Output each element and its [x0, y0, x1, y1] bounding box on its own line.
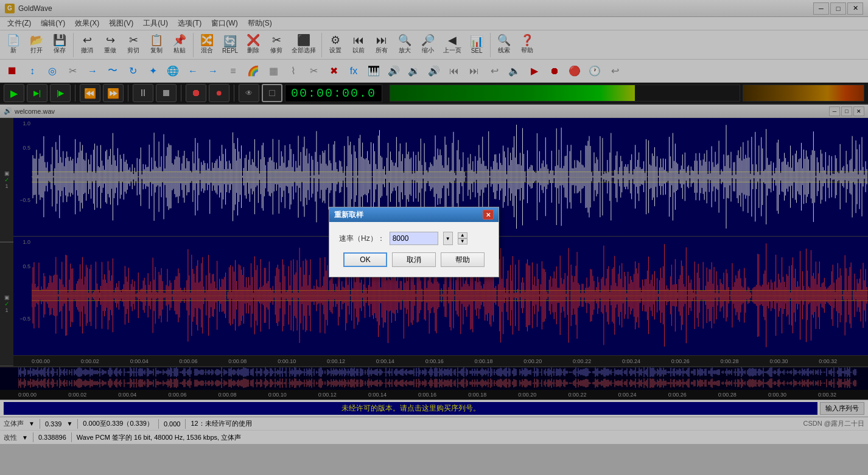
effect-globe-icon[interactable]: 🌐 — [163, 61, 183, 81]
effect-wave-icon[interactable]: 〜 — [103, 61, 122, 81]
effect-cut-icon[interactable]: ✂ — [304, 61, 323, 81]
modify-arrow-icon[interactable]: ▼ — [22, 434, 28, 441]
delete-button[interactable]: ❌ 删除 — [242, 32, 264, 58]
play-button[interactable]: ▶ — [4, 84, 24, 102]
record-button[interactable]: ⏺ — [186, 84, 206, 102]
setup-button[interactable]: ⚙ 设置 — [324, 32, 346, 58]
effect-volume-icon[interactable]: 🔊 — [384, 61, 404, 81]
save-label: 保存 — [54, 46, 66, 55]
effect-equalizer-icon[interactable]: ≡ — [223, 61, 243, 81]
dialog-rate-dropdown[interactable]: ▼ — [443, 232, 453, 245]
fastfwd-button[interactable]: ⏩ — [103, 84, 124, 102]
close-button[interactable]: ✕ — [847, 2, 863, 15]
paste-button[interactable]: 📌 粘贴 — [169, 32, 191, 58]
record-sel-button[interactable]: ⏺ — [209, 84, 229, 102]
channel-mute2-icon[interactable]: ▣ — [4, 294, 10, 300]
zoomout-button[interactable]: 🔎 缩小 — [417, 32, 439, 58]
helpbtn-label: 帮助 — [521, 46, 533, 55]
effect-stop-icon[interactable]: ⏹ — [2, 61, 22, 81]
effect-vol-up-icon[interactable]: 🔊 — [424, 61, 444, 81]
effect-arrow-right2-icon[interactable]: → — [203, 61, 223, 81]
channel-mute-icon[interactable]: ▣ — [4, 170, 10, 176]
open-button[interactable]: 📂 打开 — [26, 32, 47, 58]
rewind-button[interactable]: ⏪ — [80, 84, 100, 102]
effect-wave2-icon[interactable]: ⌇ — [284, 61, 303, 81]
effect-rec-icon[interactable]: ⏺ — [545, 61, 564, 81]
dialog-close-button[interactable]: ✕ — [483, 210, 494, 220]
sel-button[interactable]: 📊 SEL — [466, 32, 488, 58]
menu-tools[interactable]: 工具(U) — [138, 17, 173, 30]
channel-solo-icon[interactable]: ✓ — [4, 176, 9, 183]
effect-vol-down-icon[interactable]: 🔉 — [404, 61, 424, 81]
effect-back-icon[interactable]: ↩ — [605, 61, 625, 81]
value1-arrow-icon[interactable]: ▼ — [66, 420, 72, 427]
bottom-channel-ctrl: ▣ ✓ 1 — [0, 242, 13, 367]
spin-up-button[interactable]: ▲ — [458, 232, 467, 238]
new-button[interactable]: 📄 新 — [2, 32, 24, 58]
mix-button[interactable]: 🔀 混合 — [196, 32, 218, 58]
all-button[interactable]: ⏭ 所有 — [371, 32, 393, 58]
status-message[interactable]: 未经许可的版本。请点击这里购买序列号。 — [4, 402, 817, 415]
effect-piano-icon[interactable]: 🎹 — [364, 61, 383, 81]
effect-fx-icon[interactable]: fx — [344, 61, 363, 81]
undo-icon: ↩ — [83, 35, 92, 46]
menu-window[interactable]: 窗口(W) — [206, 17, 242, 30]
effect-play-red-icon[interactable]: ▶ — [525, 61, 544, 81]
menu-help[interactable]: 帮助(S) — [243, 17, 277, 30]
effect-refresh-icon[interactable]: ↻ — [123, 61, 142, 81]
effect-rec2-icon[interactable]: 🔴 — [565, 61, 584, 81]
effect-circle-icon[interactable]: ◎ — [43, 61, 62, 81]
previous-button[interactable]: ⏮ 以前 — [348, 32, 369, 58]
stop-button[interactable]: ⏹ — [156, 84, 177, 102]
wave-close[interactable]: ✕ — [853, 106, 864, 116]
effect-arrows-icon[interactable]: ↕ — [23, 61, 42, 81]
dialog-cancel-button[interactable]: 取消 — [392, 252, 436, 267]
menu-edit[interactable]: 编辑(Y) — [36, 17, 70, 30]
effect-scissors-icon[interactable]: ✂ — [63, 61, 82, 81]
effect-arrow-right-icon[interactable]: → — [83, 61, 102, 81]
channel-arrow-icon[interactable]: ▼ — [29, 420, 35, 427]
pause-button[interactable]: ⏸ — [133, 84, 153, 102]
effect-vol2-icon[interactable]: 🔈 — [505, 61, 524, 81]
effect-rewind-icon[interactable]: ⏮ — [444, 61, 464, 81]
menu-options[interactable]: 选项(T) — [173, 17, 206, 30]
menu-effects[interactable]: 效果(X) — [70, 17, 104, 30]
effect-skip-icon[interactable]: ⏭ — [464, 61, 484, 81]
time-tick-8: 0:00.16 — [425, 358, 475, 364]
save-button[interactable]: 💾 保存 — [49, 32, 71, 58]
dialog-ok-button[interactable]: OK — [343, 252, 387, 267]
effect-star-icon[interactable]: ✦ — [143, 61, 163, 81]
serial-button[interactable]: 输入序列号 — [820, 402, 864, 415]
redo-button[interactable]: ↪ 重做 — [99, 32, 121, 58]
loop-button[interactable]: □ — [262, 84, 282, 102]
effect-clock-icon[interactable]: 🕐 — [585, 61, 604, 81]
maximize-button[interactable]: □ — [830, 2, 846, 15]
wave-minimize[interactable]: ─ — [829, 106, 840, 116]
channel-solo2-icon[interactable]: ✓ — [4, 300, 9, 307]
helpbtn-button[interactable]: ❓ 帮助 — [516, 32, 538, 58]
menu-view[interactable]: 视图(V) — [104, 17, 138, 30]
effect-arrow-back-icon[interactable]: ↩ — [485, 61, 504, 81]
dialog-rate-input[interactable] — [390, 232, 438, 245]
play-end-button[interactable]: |▶ — [50, 84, 71, 102]
monitor-button[interactable]: 👁 — [239, 84, 259, 102]
undo-button[interactable]: ↩ 撤消 — [76, 32, 98, 58]
dialog-help-button[interactable]: 帮助 — [441, 252, 485, 267]
selectall-button[interactable]: ⬛ 全部选择 — [289, 32, 319, 58]
effect-rainbow-icon[interactable]: 🌈 — [243, 61, 263, 81]
minimize-button[interactable]: ─ — [813, 2, 829, 15]
play-selection-button[interactable]: ▶| — [27, 84, 47, 102]
menu-file[interactable]: 文件(Z) — [2, 17, 36, 30]
prevpage-button[interactable]: ◀ 上一页 — [440, 32, 464, 58]
spin-down-button[interactable]: ▼ — [458, 238, 467, 244]
effect-bars-icon[interactable]: ▦ — [264, 61, 283, 81]
copy-button[interactable]: 📋 复制 — [145, 32, 167, 58]
effect-arrow-left-icon[interactable]: ← — [183, 61, 203, 81]
find-button[interactable]: 🔍 线索 — [493, 32, 515, 58]
effect-cross-icon[interactable]: ✖ — [324, 61, 343, 81]
trim-button[interactable]: ✂ 修剪 — [265, 32, 287, 58]
repl-button[interactable]: 🔄 REPL — [219, 32, 241, 58]
cut-button[interactable]: ✂ 剪切 — [122, 32, 144, 58]
wave-maximize[interactable]: □ — [841, 106, 852, 116]
zoomin-button[interactable]: 🔍 放大 — [394, 32, 416, 58]
